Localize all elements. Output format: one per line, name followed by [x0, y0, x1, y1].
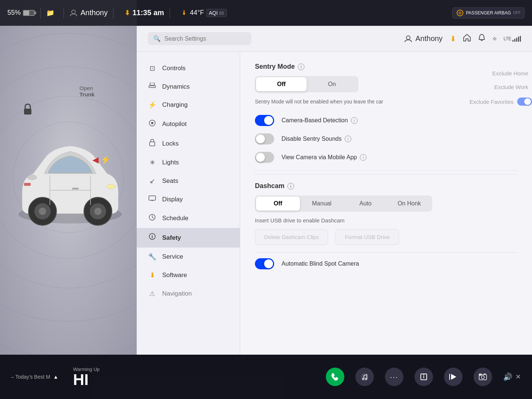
svg-point-37: [423, 375, 424, 376]
svg-point-16: [28, 175, 37, 180]
hi-label: HI: [73, 372, 100, 388]
taskbar-temp-section: Warming Up HI: [73, 366, 100, 388]
disable-sounds-toggle[interactable]: [255, 133, 274, 144]
disable-sounds-info-icon[interactable]: i: [345, 136, 351, 142]
dashcam-toggle-group[interactable]: Off Manual Auto On Honk: [255, 195, 432, 212]
home-icon[interactable]: [463, 34, 471, 44]
controls-label: Controls: [162, 65, 185, 72]
nav-item-display[interactable]: Display: [137, 190, 240, 208]
download-header-icon[interactable]: ⬇: [450, 34, 456, 43]
airbag-label: PASSENGER AIRBAG: [466, 10, 511, 16]
time-display: 11:35 am: [132, 8, 164, 17]
svg-rect-27: [150, 142, 155, 146]
sentry-mode-toggle-group[interactable]: Off On: [255, 76, 358, 92]
svg-rect-23: [149, 86, 156, 88]
sentry-mode-description: Sentry Mode will not be enabled when you…: [255, 98, 384, 106]
nav-item-dynamics[interactable]: Dynamics: [137, 78, 240, 96]
navigation-label: Navigation: [162, 290, 192, 297]
seats-icon: ↙: [148, 177, 157, 185]
nav-item-schedule[interactable]: Schedule: [137, 208, 240, 228]
camera-detection-toggle[interactable]: [255, 115, 274, 126]
music-icon[interactable]: [355, 368, 374, 386]
display-label: Display: [162, 196, 183, 203]
autopilot-icon: [148, 119, 157, 129]
header-user-section: Anthony ⬇ ⟡ LTE: [404, 34, 521, 44]
play-icon[interactable]: [444, 368, 463, 386]
dynamics-label: Dynamics: [162, 83, 190, 91]
sentry-mode-info-icon[interactable]: i: [298, 64, 304, 70]
nav-item-seats[interactable]: ↙ Seats: [137, 172, 240, 190]
nav-item-charging[interactable]: ⚡ Charging: [137, 96, 240, 114]
dashcam-manual-btn[interactable]: Manual: [300, 197, 344, 211]
exclude-options: Exclude Home Exclude Work Exclude Favori…: [470, 70, 532, 106]
lock-icon: [22, 103, 33, 119]
exclude-favorites-option: Exclude Favorites: [470, 98, 532, 106]
car-illustration: [11, 111, 129, 259]
dashcam-auto-btn[interactable]: Auto: [344, 197, 388, 211]
dashcam-info-icon[interactable]: i: [287, 183, 294, 190]
svg-rect-6: [24, 109, 31, 115]
sentry-on-btn[interactable]: On: [307, 77, 357, 91]
view-camera-toggle[interactable]: [255, 152, 274, 163]
more-options-icon[interactable]: ···: [385, 368, 403, 386]
view-camera-label-text: View Camera via Mobile App: [282, 154, 357, 161]
camera-taskbar-icon[interactable]: [474, 368, 492, 386]
blind-spot-row: Automatic Blind Spot Camera: [255, 252, 517, 269]
aqi-value: 86: [219, 11, 224, 16]
passenger-airbag-indicator: PASSENGER AIRBAG OFF: [452, 7, 525, 18]
mute-icon[interactable]: ✕: [515, 373, 521, 381]
nav-item-lights[interactable]: ✳ Lights: [137, 153, 240, 172]
settings-panel: 🔍 Anthony ⬇: [137, 26, 532, 355]
search-input[interactable]: [164, 35, 246, 42]
blind-spot-toggle[interactable]: [255, 258, 274, 269]
status-right-section: PASSENGER AIRBAG OFF: [452, 7, 525, 18]
battery-indicator: 55%: [7, 9, 35, 17]
lights-icon: ✳: [148, 158, 157, 167]
seats-label: Seats: [162, 177, 178, 185]
view-camera-info-icon[interactable]: i: [360, 154, 366, 161]
nav-item-locks[interactable]: Locks: [137, 134, 240, 153]
disable-sounds-label-text: Disable Sentry Sounds: [282, 136, 342, 142]
dashcam-on-honk-btn[interactable]: On Honk: [388, 197, 432, 211]
dashcam-off-btn[interactable]: Off: [256, 197, 300, 211]
sentry-off-btn[interactable]: Off: [256, 77, 307, 91]
svg-rect-28: [149, 196, 156, 200]
safety-label: Safety: [162, 234, 181, 242]
nav-item-controls[interactable]: ⊡ Controls: [137, 59, 240, 78]
schedule-icon: [148, 214, 157, 223]
status-time: ⬇ 11:35 am: [125, 8, 164, 17]
settings-nav: ⊡ Controls Dynamics ⚡ Charging Autopilot: [137, 52, 240, 355]
bluetooth-icon[interactable]: ⟡: [492, 35, 497, 42]
search-box[interactable]: 🔍: [148, 32, 251, 45]
nav-item-navigation[interactable]: ⚠ Navigation: [137, 284, 240, 303]
info-icon[interactable]: [415, 368, 433, 386]
camera-detection-info-icon[interactable]: i: [351, 117, 358, 124]
settings-main: Exclude Home Exclude Work Exclude Favori…: [240, 52, 532, 355]
nav-item-safety[interactable]: i Safety: [137, 228, 240, 248]
view-camera-row: View Camera via Mobile App i: [255, 152, 517, 163]
volume-control[interactable]: 🔊 ✕: [503, 372, 521, 381]
taskbar: – Today's Best M ▲ Warming Up HI ··· 🔊 ✕: [0, 355, 532, 399]
nav-item-software[interactable]: ⬇ Software: [137, 266, 240, 284]
schedule-label: Schedule: [162, 215, 188, 222]
svg-point-26: [151, 122, 153, 124]
bell-icon[interactable]: [478, 34, 486, 44]
header-username: Anthony: [404, 34, 442, 43]
signal-bars: [512, 36, 521, 42]
phone-icon[interactable]: [326, 368, 344, 386]
status-user[interactable]: Anthony: [69, 8, 108, 17]
nav-item-autopilot[interactable]: Autopilot: [137, 114, 240, 134]
aqi-label: AQI: [209, 10, 218, 16]
exclude-favorites-toggle[interactable]: [517, 98, 532, 106]
open-trunk-label[interactable]: Open Trunk: [79, 85, 95, 98]
section-divider: [255, 170, 517, 171]
autopilot-label: Autopilot: [162, 120, 187, 128]
format-usb-btn[interactable]: Format USB Drive: [335, 229, 399, 245]
status-weather: 🌡 44°F AQI 86: [181, 9, 227, 17]
status-bar: 55% 📁 Anthony ⬇ 11:35 am 🌡 44°F AQI 86: [0, 0, 532, 26]
taskbar-media-info: – Today's Best M ▲: [11, 374, 58, 380]
nav-item-service[interactable]: 🔧 Service: [137, 248, 240, 266]
lte-signal-indicator: LTE: [504, 36, 521, 42]
delete-clips-btn[interactable]: Delete Dashcam Clips: [255, 229, 328, 245]
svg-point-22: [406, 36, 410, 40]
